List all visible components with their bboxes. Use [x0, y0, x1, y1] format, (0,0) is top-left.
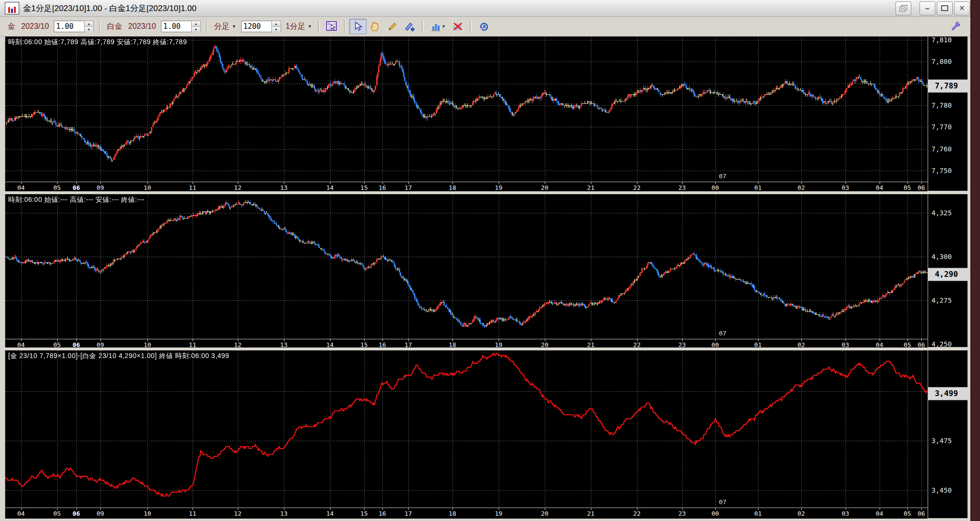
bar-count-spinner: ▲▼	[241, 21, 281, 32]
svg-text:R: R	[483, 25, 486, 29]
time-tick-label: 19	[495, 184, 502, 191]
toolbar: 金 2023/10 ▲▼ 白金 2023/10 ▲▼ 分足 ▼ ▲▼ 1分足 ▼	[0, 17, 971, 37]
time-tick-label: 02	[797, 510, 805, 517]
current-price-box: 3,499	[928, 387, 968, 400]
time-tick-label: 16	[379, 341, 386, 348]
platinum-chart-canvas[interactable]	[5, 194, 928, 339]
time-tick-label: 03	[842, 510, 849, 517]
chart-pointer-tool-button[interactable]	[323, 19, 341, 34]
time-tick-label: 20	[541, 341, 549, 348]
gold-info-line: 時刻:06:00 始値:7,789 高値:7,789 安値:7,789 終値:7…	[8, 38, 187, 47]
remove-chart-button[interactable]	[449, 19, 466, 34]
minimize-button[interactable]: −	[919, 1, 935, 15]
platinum-multiplier-up-button[interactable]: ▲	[192, 21, 200, 27]
gold-price-scale[interactable]: 7,7507,7607,7707,7807,7907,8007,8107,789	[928, 37, 968, 191]
spread-time-axis: 0405060910111213141516171819202122230001…	[5, 508, 928, 519]
chevron-down-icon: ▼	[232, 24, 236, 29]
time-tick-label: 01	[754, 510, 762, 517]
bar-type-dropdown[interactable]: 分足 ▼	[214, 22, 236, 32]
time-tick-label: 03	[842, 184, 849, 191]
time-tick-label: 06	[918, 184, 925, 191]
time-tick-label: 14	[326, 341, 334, 348]
time-tick-label: 15	[360, 341, 368, 348]
price-tick-label: 3,475	[931, 437, 952, 445]
time-tick-label: 23	[678, 184, 686, 191]
time-tick-label: 02	[797, 184, 805, 191]
remove-chart-icon	[453, 22, 463, 31]
bar-count-up-button[interactable]: ▲	[272, 21, 281, 27]
gold-multiplier-input[interactable]	[54, 21, 84, 32]
gold-chart-canvas[interactable]	[5, 37, 928, 182]
time-tick-label: 11	[189, 184, 196, 191]
cursor-icon	[353, 22, 363, 31]
platinum-multiplier-spinner: ▲▼	[161, 21, 201, 32]
gold-chart-pane: 0405060910111213141516171819202122230001…	[5, 37, 967, 191]
time-tick-label: 09	[97, 184, 104, 191]
time-tick-label: 21	[587, 184, 595, 191]
marker-move-icon	[404, 21, 416, 32]
time-tick-label: 22	[633, 510, 641, 517]
platinum-price-scale[interactable]: 4,2504,2754,3004,3254,290	[928, 194, 968, 347]
marker-tool-button[interactable]	[401, 19, 418, 34]
toolbar-separator	[422, 20, 424, 33]
close-button[interactable]: ✕	[954, 1, 970, 15]
time-tick-label: 10	[144, 341, 151, 348]
draw-line-tool-button[interactable]	[384, 19, 401, 34]
spread-chart-pane: 0405060910111213141516171819202122230001…	[5, 350, 967, 518]
close-icon: ✕	[959, 4, 965, 12]
price-tick-label: 4,250	[931, 340, 952, 347]
time-tick-label: 05	[904, 184, 911, 191]
spread-price-scale[interactable]: 3,4503,4753,5003,499	[928, 350, 968, 518]
toolbar-separator	[344, 20, 346, 33]
time-tick-label: 18	[449, 510, 456, 517]
minimize-icon: −	[925, 4, 930, 12]
price-tick-label: 4,275	[931, 297, 952, 304]
settings-wrench-button[interactable]	[947, 19, 971, 34]
maximize-button[interactable]	[937, 1, 953, 15]
time-tick-label: 17	[404, 510, 412, 517]
toolbar-separator	[206, 20, 208, 33]
interval-value: 1分足	[286, 22, 306, 32]
time-tick-label: 05	[904, 341, 911, 348]
time-tick-label: 09	[97, 510, 104, 517]
time-tick-label: 13	[280, 510, 288, 517]
cascade-windows-button[interactable]	[895, 1, 911, 15]
bar-chart-icon	[431, 22, 441, 31]
time-tick-label: 14	[326, 184, 334, 191]
platinum-chart-pane: 0405060910111213141516171819202122230001…	[5, 194, 967, 347]
time-tick-label: 22	[633, 341, 641, 348]
refresh-button[interactable]: R	[475, 19, 492, 34]
time-tick-label: 18	[449, 341, 456, 348]
time-tick-label: 06	[73, 184, 80, 191]
platinum-contract-label: 白金	[107, 22, 122, 32]
chevron-down-icon: ▼	[308, 24, 312, 29]
pan-tool-button[interactable]	[367, 19, 384, 34]
platinum-month-label: 2023/10	[128, 22, 156, 31]
platinum-multiplier-down-button[interactable]: ▼	[192, 27, 200, 32]
time-tick-label: 04	[876, 341, 883, 348]
time-tick-label: 14	[326, 510, 334, 517]
time-tick-label: 13	[280, 341, 288, 348]
spread-chart-canvas[interactable]	[5, 350, 928, 508]
bar-count-input[interactable]	[241, 21, 271, 32]
window-title: 金1分足[2023/10]1.00 - 白金1分足[2023/10]1.00	[23, 3, 196, 14]
title-bar[interactable]: 金1分足[2023/10]1.00 - 白金1分足[2023/10]1.00 −…	[0, 0, 971, 17]
time-tick-label: 04	[17, 510, 25, 517]
maximize-icon	[941, 5, 948, 11]
gold-multiplier-down-button[interactable]: ▼	[85, 27, 93, 32]
platinum-time-axis: 0405060910111213141516171819202122230001…	[5, 339, 928, 347]
platinum-multiplier-input[interactable]	[161, 21, 191, 32]
time-tick-label: 15	[360, 510, 368, 517]
price-tick-label: 4,325	[931, 209, 952, 217]
time-tick-label: 23	[678, 510, 686, 517]
gold-multiplier-up-button[interactable]: ▲	[85, 21, 93, 27]
bar-count-down-button[interactable]: ▼	[272, 27, 281, 32]
pencil-icon	[387, 21, 398, 32]
chart-type-button[interactable]: ▼	[427, 19, 449, 34]
chart-pointer-icon	[326, 21, 338, 32]
time-tick-label: 19	[495, 510, 502, 517]
wrench-icon	[951, 21, 961, 32]
price-tick-label: 7,760	[931, 145, 952, 153]
interval-dropdown[interactable]: 1分足 ▼	[286, 22, 312, 32]
select-tool-button[interactable]	[349, 19, 367, 34]
